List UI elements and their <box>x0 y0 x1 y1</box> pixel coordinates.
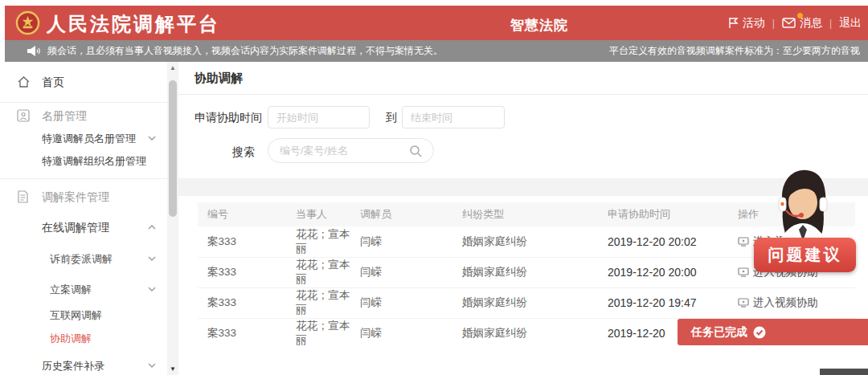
section-gap <box>178 178 868 196</box>
col-dispute: 纠纷类型 <box>462 202 608 226</box>
search-box <box>268 138 434 163</box>
page-title: 人民法院调解平台 <box>47 11 220 37</box>
cell-dispute: 婚姻家庭纠纷 <box>462 226 608 257</box>
sidebar-scrollbar[interactable]: ▲ ▼ <box>167 62 178 375</box>
sidebar-item-label: 在线调解管理 <box>42 221 109 234</box>
table-header-row: 编号 当事人 调解员 纠纷类型 申请协助时间 操作 <box>198 202 855 226</box>
chevron-down-icon <box>148 287 156 291</box>
nav-logout[interactable]: 退出 <box>839 16 862 31</box>
top-header: 人民法院调解平台 智慧法院 活动 | 消息 | 退出 <box>5 6 868 40</box>
cell-parties: 花花；宣本丽 <box>296 226 360 257</box>
end-time-input[interactable] <box>402 106 505 128</box>
nav-activity[interactable]: 活动 <box>727 16 765 31</box>
nav-messages-label: 消息 <box>800 16 822 31</box>
scroll-down-arrow[interactable]: ▼ <box>167 365 178 373</box>
cell-mediator: 闫嵘 <box>360 318 462 349</box>
cell-code: 案333 <box>198 226 296 257</box>
sidebar-group-roster[interactable]: 名册管理 <box>0 107 167 124</box>
document-icon <box>17 190 29 203</box>
sidebar-item-label: 协助调解 <box>50 332 92 344</box>
cell-time: 2019-12-20 20:00 <box>608 257 738 287</box>
col-time: 申请协助时间 <box>608 202 738 226</box>
chevron-down-icon <box>148 363 156 368</box>
section-title: 协助调解 <box>194 71 243 86</box>
nav-messages[interactable]: 消息 <box>782 16 822 31</box>
title-divider <box>178 94 868 95</box>
cell-time: 2019-12-20 20:02 <box>608 226 738 257</box>
cell-parties: 花花；宣本丽 <box>296 287 360 318</box>
notice-text-left: 频会话，且必须有当事人音视频接入，视频会话内容为实际案件调解过程，不得与案情无关… <box>47 40 443 62</box>
table-row: 案333 花花；宣本丽 闫嵘 婚姻家庭纠纷 2019-12-20 19:47 进… <box>198 287 855 318</box>
cell-code: 案333 <box>198 287 296 318</box>
cell-dispute: 婚姻家庭纠纷 <box>462 257 608 287</box>
sidebar-group-cases[interactable]: 调解案件管理 <box>0 188 167 206</box>
nav-activity-label: 活动 <box>743 16 765 31</box>
start-time-input[interactable] <box>268 106 370 128</box>
sidebar-item-internet-mediation[interactable]: 互联网调解 <box>0 306 167 324</box>
video-assist-icon <box>738 298 749 308</box>
sidebar-item-label: 特邀调解组织名册管理 <box>42 155 146 167</box>
nav-divider: | <box>829 18 832 29</box>
feedback-button[interactable]: 问题建议 <box>754 238 856 272</box>
mail-icon <box>782 18 796 28</box>
toast-label: 任务已完成 <box>691 325 747 340</box>
header-nav: 活动 | 消息 | 退出 <box>727 6 862 40</box>
scrollbar-thumb[interactable] <box>169 80 177 217</box>
nav-logout-label: 退出 <box>839 16 862 31</box>
sidebar: 首页 名册管理 特邀调解员名册管理 特邀调解组织名册管理 调解案件管理 <box>0 62 167 375</box>
cell-time: 2019-12-20 19:47 <box>608 287 738 318</box>
time-filter-label: 申请协助时间 <box>194 111 262 125</box>
sidebar-item-mediator-roster[interactable]: 特邀调解员名册管理 <box>0 129 167 147</box>
search-icon[interactable] <box>409 145 422 157</box>
sidebar-item-label: 诉前委派调解 <box>50 253 113 265</box>
search-label: 搜索 <box>232 145 255 160</box>
video-assist-icon <box>738 237 749 247</box>
home-icon <box>17 75 31 88</box>
col-code: 编号 <box>198 202 296 226</box>
sidebar-item-assist-mediation[interactable]: 协助调解 <box>0 329 167 347</box>
sidebar-item-label: 互联网调解 <box>50 309 102 321</box>
sidebar-item-label: 首页 <box>42 75 64 88</box>
cell-mediator: 闫嵘 <box>360 257 462 287</box>
chevron-up-icon <box>148 225 156 230</box>
col-parties: 当事人 <box>296 202 360 226</box>
task-complete-toast: 任务已完成 <box>678 319 868 345</box>
roster-person-icon <box>17 109 30 122</box>
cell-dispute: 婚姻家庭纠纷 <box>462 318 608 349</box>
customer-service-avatar[interactable] <box>768 167 837 243</box>
cell-parties: 花花；宣本丽 <box>296 257 360 287</box>
chevron-down-icon <box>148 256 156 261</box>
enter-video-link[interactable]: 进入视频协助 <box>738 287 855 318</box>
sidebar-item-online-mediation[interactable]: 在线调解管理 <box>0 218 167 236</box>
chevron-down-icon <box>148 136 156 141</box>
sidebar-item-filing-mediation[interactable]: 立案调解 <box>0 280 167 298</box>
sidebar-item-label: 名册管理 <box>42 109 87 122</box>
video-assist-icon <box>738 267 749 277</box>
cell-parties: 花花；宣本丽 <box>296 318 360 349</box>
cell-dispute: 婚姻家庭纠纷 <box>462 287 608 318</box>
speaker-icon <box>27 45 40 57</box>
sidebar-item-org-roster[interactable]: 特邀调解组织名册管理 <box>0 152 167 169</box>
cell-code: 案333 <box>198 318 296 349</box>
smart-court-title: 智慧法院 <box>510 16 568 35</box>
to-label: 到 <box>386 111 397 125</box>
sidebar-divider <box>0 102 167 103</box>
notice-bar: 频会话，且必须有当事人音视频接入，视频会话内容为实际案件调解过程，不得与案情无关… <box>5 40 868 62</box>
sidebar-item-presuit-mediation[interactable]: 诉前委派调解 <box>0 250 167 267</box>
search-input[interactable] <box>280 139 408 162</box>
flag-icon <box>727 17 739 29</box>
court-emblem-logo <box>15 10 40 35</box>
sidebar-item-label: 历史案件补录 <box>42 360 104 372</box>
sidebar-item-home[interactable]: 首页 <box>0 73 167 91</box>
sidebar-item-label: 调解案件管理 <box>42 190 109 203</box>
enter-video-label: 进入视频协助 <box>753 296 818 308</box>
sidebar-item-label: 特邀调解员名册管理 <box>42 132 136 145</box>
cell-code: 案333 <box>198 257 296 287</box>
cell-mediator: 闫嵘 <box>360 226 462 257</box>
cell-mediator: 闫嵘 <box>360 287 462 318</box>
scroll-up-arrow[interactable]: ▲ <box>167 64 178 71</box>
col-mediator: 调解员 <box>360 202 462 226</box>
sidebar-divider <box>0 178 167 179</box>
message-badge-dot <box>797 13 803 18</box>
sidebar-item-history-supplement[interactable]: 历史案件补录 <box>0 357 167 374</box>
